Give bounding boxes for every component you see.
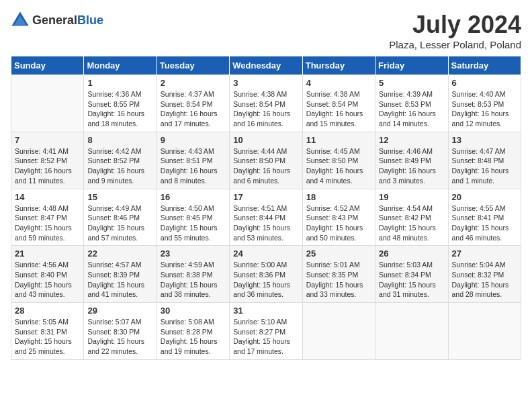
calendar-week-row: 7Sunrise: 4:41 AM Sunset: 8:52 PM Daylig… [11,132,521,189]
calendar-cell: 12Sunrise: 4:46 AM Sunset: 8:49 PM Dayli… [375,132,448,189]
calendar-cell: 18Sunrise: 4:52 AM Sunset: 8:43 PM Dayli… [302,189,375,246]
day-header-thursday: Thursday [302,56,375,75]
title-block: July 2024 Plaza, Lesser Poland, Poland [389,11,521,50]
calendar-cell: 17Sunrise: 4:51 AM Sunset: 8:44 PM Dayli… [230,189,302,246]
day-header-monday: Monday [84,56,157,75]
calendar-cell: 9Sunrise: 4:43 AM Sunset: 8:51 PM Daylig… [157,132,229,189]
day-number: 18 [306,192,371,202]
day-number: 11 [306,135,371,145]
day-number: 16 [161,192,226,202]
day-info: Sunrise: 4:55 AM Sunset: 8:41 PM Dayligh… [452,203,517,243]
day-info: Sunrise: 4:36 AM Sunset: 8:55 PM Dayligh… [87,89,152,129]
calendar-cell: 1Sunrise: 4:36 AM Sunset: 8:55 PM Daylig… [84,75,157,132]
calendar-cell: 26Sunrise: 5:03 AM Sunset: 8:34 PM Dayli… [375,246,448,303]
day-number: 28 [15,306,80,316]
day-info: Sunrise: 4:41 AM Sunset: 8:52 PM Dayligh… [15,146,80,186]
calendar-cell [448,303,521,360]
calendar-cell: 6Sunrise: 4:40 AM Sunset: 8:53 PM Daylig… [448,75,521,132]
calendar-cell: 11Sunrise: 4:45 AM Sunset: 8:50 PM Dayli… [302,132,375,189]
day-number: 17 [233,192,298,202]
day-number: 8 [87,135,152,145]
day-info: Sunrise: 5:08 AM Sunset: 8:28 PM Dayligh… [161,317,226,357]
calendar-cell: 25Sunrise: 5:01 AM Sunset: 8:35 PM Dayli… [302,246,375,303]
day-header-wednesday: Wednesday [230,56,302,75]
day-number: 14 [15,192,80,202]
day-info: Sunrise: 4:52 AM Sunset: 8:43 PM Dayligh… [306,203,371,243]
calendar-cell [302,303,375,360]
day-info: Sunrise: 5:05 AM Sunset: 8:31 PM Dayligh… [15,317,80,357]
day-number: 30 [161,306,226,316]
calendar-cell: 5Sunrise: 4:39 AM Sunset: 8:53 PM Daylig… [375,75,448,132]
day-number: 21 [15,248,80,259]
day-info: Sunrise: 4:49 AM Sunset: 8:46 PM Dayligh… [87,203,152,243]
day-number: 13 [452,135,517,145]
day-number: 27 [452,248,517,259]
day-number: 29 [87,306,152,316]
day-info: Sunrise: 4:43 AM Sunset: 8:51 PM Dayligh… [161,146,226,186]
day-info: Sunrise: 5:01 AM Sunset: 8:35 PM Dayligh… [306,260,371,300]
calendar-week-row: 1Sunrise: 4:36 AM Sunset: 8:55 PM Daylig… [11,75,521,132]
calendar-cell: 16Sunrise: 4:50 AM Sunset: 8:45 PM Dayli… [157,189,229,246]
calendar-cell: 3Sunrise: 4:38 AM Sunset: 8:54 PM Daylig… [230,75,302,132]
day-info: Sunrise: 4:38 AM Sunset: 8:54 PM Dayligh… [306,89,371,129]
day-info: Sunrise: 4:56 AM Sunset: 8:40 PM Dayligh… [15,260,80,300]
day-number: 2 [161,78,226,88]
calendar-cell: 23Sunrise: 4:59 AM Sunset: 8:38 PM Dayli… [157,246,229,303]
day-number: 6 [452,78,517,88]
day-info: Sunrise: 4:51 AM Sunset: 8:44 PM Dayligh… [233,203,298,243]
day-info: Sunrise: 4:39 AM Sunset: 8:53 PM Dayligh… [379,89,444,129]
logo-text: GeneralBlue [32,13,103,28]
day-number: 9 [161,135,226,145]
day-number: 10 [233,135,298,145]
calendar-cell: 2Sunrise: 4:37 AM Sunset: 8:54 PM Daylig… [157,75,229,132]
day-number: 1 [87,78,152,88]
calendar-cell: 15Sunrise: 4:49 AM Sunset: 8:46 PM Dayli… [84,189,157,246]
calendar-cell [375,303,448,360]
day-number: 15 [87,192,152,202]
day-info: Sunrise: 4:54 AM Sunset: 8:42 PM Dayligh… [379,203,444,243]
day-number: 23 [161,248,226,259]
calendar-cell: 19Sunrise: 4:54 AM Sunset: 8:42 PM Dayli… [375,189,448,246]
day-info: Sunrise: 4:45 AM Sunset: 8:50 PM Dayligh… [306,146,371,186]
day-number: 5 [379,78,444,88]
calendar-week-row: 14Sunrise: 4:48 AM Sunset: 8:47 PM Dayli… [11,189,521,246]
day-info: Sunrise: 4:50 AM Sunset: 8:45 PM Dayligh… [161,203,226,243]
day-info: Sunrise: 4:38 AM Sunset: 8:54 PM Dayligh… [233,89,298,129]
calendar-cell: 20Sunrise: 4:55 AM Sunset: 8:41 PM Dayli… [448,189,521,246]
logo: GeneralBlue [11,11,103,30]
calendar-cell: 14Sunrise: 4:48 AM Sunset: 8:47 PM Dayli… [11,189,84,246]
location-title: Plaza, Lesser Poland, Poland [389,39,521,50]
calendar-cell: 31Sunrise: 5:10 AM Sunset: 8:27 PM Dayli… [230,303,302,360]
day-number: 3 [233,78,298,88]
day-info: Sunrise: 4:44 AM Sunset: 8:50 PM Dayligh… [233,146,298,186]
day-info: Sunrise: 4:47 AM Sunset: 8:48 PM Dayligh… [452,146,517,186]
calendar-cell: 27Sunrise: 5:04 AM Sunset: 8:32 PM Dayli… [448,246,521,303]
day-number: 31 [233,306,298,316]
day-info: Sunrise: 4:37 AM Sunset: 8:54 PM Dayligh… [161,89,226,129]
calendar-cell: 24Sunrise: 5:00 AM Sunset: 8:36 PM Dayli… [230,246,302,303]
day-info: Sunrise: 5:04 AM Sunset: 8:32 PM Dayligh… [452,260,517,300]
day-header-friday: Friday [375,56,448,75]
calendar-table: SundayMondayTuesdayWednesdayThursdayFrid… [11,56,521,360]
day-info: Sunrise: 5:10 AM Sunset: 8:27 PM Dayligh… [233,317,298,357]
day-info: Sunrise: 5:07 AM Sunset: 8:30 PM Dayligh… [87,317,152,357]
day-number: 24 [233,248,298,259]
day-info: Sunrise: 4:46 AM Sunset: 8:49 PM Dayligh… [379,146,444,186]
calendar-cell: 21Sunrise: 4:56 AM Sunset: 8:40 PM Dayli… [11,246,84,303]
day-header-tuesday: Tuesday [157,56,229,75]
calendar-cell: 22Sunrise: 4:57 AM Sunset: 8:39 PM Dayli… [84,246,157,303]
calendar-week-row: 28Sunrise: 5:05 AM Sunset: 8:31 PM Dayli… [11,303,521,360]
day-number: 19 [379,192,444,202]
day-number: 22 [87,248,152,259]
day-number: 20 [452,192,517,202]
day-header-sunday: Sunday [11,56,84,75]
calendar-cell: 29Sunrise: 5:07 AM Sunset: 8:30 PM Dayli… [84,303,157,360]
calendar-cell: 28Sunrise: 5:05 AM Sunset: 8:31 PM Dayli… [11,303,84,360]
month-title: July 2024 [389,11,521,39]
calendar-cell: 8Sunrise: 4:42 AM Sunset: 8:52 PM Daylig… [84,132,157,189]
calendar-cell: 10Sunrise: 4:44 AM Sunset: 8:50 PM Dayli… [230,132,302,189]
page-header: GeneralBlue July 2024 Plaza, Lesser Pola… [11,11,521,50]
day-info: Sunrise: 4:42 AM Sunset: 8:52 PM Dayligh… [87,146,152,186]
calendar-week-row: 21Sunrise: 4:56 AM Sunset: 8:40 PM Dayli… [11,246,521,303]
day-info: Sunrise: 4:57 AM Sunset: 8:39 PM Dayligh… [87,260,152,300]
